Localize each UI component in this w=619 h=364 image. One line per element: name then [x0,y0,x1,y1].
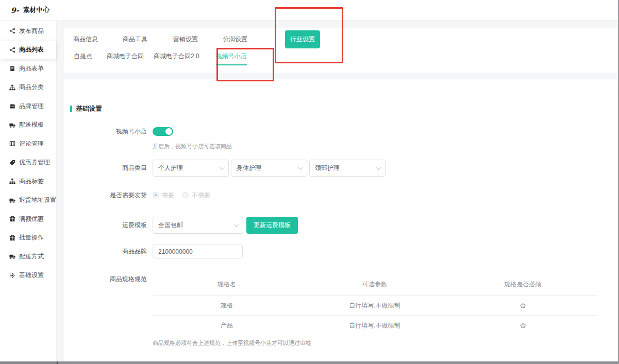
form-row-goods-brand: 商品品牌 [64,245,243,258]
spec-table-header-name: 规格名 [153,280,300,289]
category-label: 商品类目 [64,160,147,177]
columns-icon [9,141,15,147]
sidebar-item-label: 品牌管理 [19,102,44,111]
chevron-down-icon [220,165,225,170]
app-header: 9- 素材中心 [0,0,619,21]
scrollbar-segment [0,361,57,364]
category-select-2[interactable]: 身体护理 [231,160,307,177]
spec-cell: 否 [449,301,597,310]
sidebar-item-goods-tags[interactable]: 商品标签 [0,172,56,191]
sidebar-item-label: 基础设置 [19,271,44,280]
radio-unchecked-icon [182,192,189,198]
freight-template-value: 全国包邮 [158,221,183,230]
freight-template-select[interactable]: 全国包邮 [153,217,243,234]
shipping-required-radio-no[interactable]: 不需要 [182,191,210,200]
goods-brand-label: 商品品牌 [64,245,147,258]
tab-mall-econtract-2[interactable]: 商城电子合同2.0 [154,52,199,65]
spec-table: 规格名 可选参数 规格是否必须 规格 自行填写,不做限制 否 产品 自行填写,不… [153,273,597,347]
sidebar-item-label: 退货地址设置 [19,196,56,204]
sitemap-icon [9,178,15,185]
tag-icon [9,159,15,166]
video-shop-label: 视频号小店 [64,127,147,150]
horizontal-scrollbar[interactable] [0,361,618,364]
category-select-1[interactable]: 个人护理 [153,160,229,177]
tab-mall-econtract[interactable]: 商城电子合同 [107,52,144,65]
sidebar-item-delivery-methods[interactable]: 配送方式 [0,247,56,266]
sidebar: 发布商品 商品列表 商品表单 商品分类 品牌管理 配送模板 评论管理 优惠券管理… [0,21,57,361]
category-select-3-value: 颈部护理 [315,164,340,172]
sidebar-item-label: 批量操作 [19,233,44,242]
update-freight-template-button[interactable]: 更新运费模板 [246,217,298,234]
radio-yes-label: 需要 [162,191,174,200]
spec-cell: 规格 [153,301,300,310]
spec-cell: 产品 [153,321,300,330]
truck-icon [9,253,15,260]
spec-table-row: 规格 自行填写,不做限制 否 [153,295,597,315]
briefcase-icon [9,103,15,110]
settings-panel: 基础设置 视频号小店 开启后，视频号小店可选该商品 商品类目 个人护理 身体护理… [64,79,617,361]
tab-video-channels-shop[interactable]: 视频号小店 [216,52,247,65]
form-row-freight-template: 运费模板 全国包邮 更新运费模板 [64,217,298,234]
video-shop-help-text: 开启后，视频号小店可选该商品 [153,143,232,150]
sidebar-item-full-discount[interactable]: 满额优惠 [0,210,56,229]
radio-no-label: 不需要 [192,191,210,200]
gear-icon [9,272,15,279]
sidebar-item-basic-settings[interactable]: 基础设置 [0,266,56,285]
sidebar-item-publish-goods[interactable]: 发布商品 [0,22,56,41]
sidebar-item-label: 商品标签 [19,177,44,186]
sidebar-item-delivery-template[interactable]: 配送模板 [0,116,56,135]
app-title: 素材中心 [23,6,50,14]
form-row-spec-standard: 商品规格规范 规格名 可选参数 规格是否必须 规格 自行填写,不做限制 否 产品… [64,273,597,347]
tab-industry-settings[interactable]: 行业设置 [285,30,320,48]
sidebar-item-label: 商品表单 [19,64,44,73]
spec-cell: 否 [449,321,597,330]
sidebar-item-brand-management[interactable]: 品牌管理 [0,97,56,116]
category-select-3[interactable]: 颈部护理 [309,160,386,177]
sidebar-item-goods-form[interactable]: 商品表单 [0,59,56,78]
category-select-2-value: 身体护理 [237,164,261,172]
chevron-down-icon [298,165,303,170]
sidebar-item-label: 发布商品 [19,27,44,36]
scrollbar-tick [57,361,58,364]
tab-row-primary: 商品信息 商品工具 营销设置 分润设置 行业设置 [73,31,320,47]
tab-profit-settings[interactable]: 分润设置 [223,35,247,44]
section-title: 基础设置 [76,105,102,113]
spec-standard-label: 商品规格规范 [64,273,147,347]
chevron-down-icon [376,165,381,170]
chevron-down-icon [234,222,239,227]
sidebar-item-goods-list[interactable]: 商品列表 [0,41,56,60]
truck-icon [9,122,15,128]
spec-cell: 自行填写,不做限制 [300,301,448,310]
tab-goods-info[interactable]: 商品信息 [73,35,98,44]
sidebar-item-batch-operations[interactable]: 批量操作 [0,229,56,248]
shipping-required-radio-yes[interactable]: 需要 [153,191,174,200]
sitemap-icon [9,84,15,91]
gift-icon [9,216,15,222]
share-nodes-icon [9,28,15,34]
sidebar-item-label: 商品分类 [19,83,44,92]
sidebar-item-label: 商品列表 [19,45,44,54]
sidebar-item-label: 评论管理 [19,140,44,148]
spec-table-row: 产品 自行填写,不做限制 否 [153,315,597,335]
app-logo-icon: 9- [11,6,19,14]
form-row-shipping-required: 是否需要发货 需要 不需要 [64,191,210,199]
goods-brand-input[interactable] [153,245,243,258]
spec-table-note: 商品规格必须符合上述规范，上传至视频号小店才可以通过审核 [153,339,597,347]
section-accent-bar [70,106,72,112]
sidebar-item-comment-management[interactable]: 评论管理 [0,134,56,153]
spec-table-header: 规格名 可选参数 规格是否必须 [153,273,597,295]
video-shop-toggle[interactable] [153,127,173,136]
spec-table-header-params: 可选参数 [300,280,448,289]
spec-table-header-required: 规格是否必须 [449,280,597,289]
tab-pickup-point[interactable]: 自提点 [74,52,92,65]
sidebar-item-return-address-settings[interactable]: 退货地址设置 [0,191,56,210]
radio-checked-icon [153,192,159,198]
gift-icon [9,234,15,241]
document-icon [9,65,15,72]
freight-template-label: 运费模板 [64,217,147,234]
tab-marketing-settings[interactable]: 营销设置 [173,35,198,44]
sidebar-item-coupon-management[interactable]: 优惠券管理 [0,153,56,172]
sidebar-item-goods-category[interactable]: 商品分类 [0,78,56,97]
tab-goods-tools[interactable]: 商品工具 [123,35,147,44]
tabs-card: 商品信息 商品工具 营销设置 分润设置 行业设置 自提点 商城电子合同 商城电子… [64,28,617,73]
